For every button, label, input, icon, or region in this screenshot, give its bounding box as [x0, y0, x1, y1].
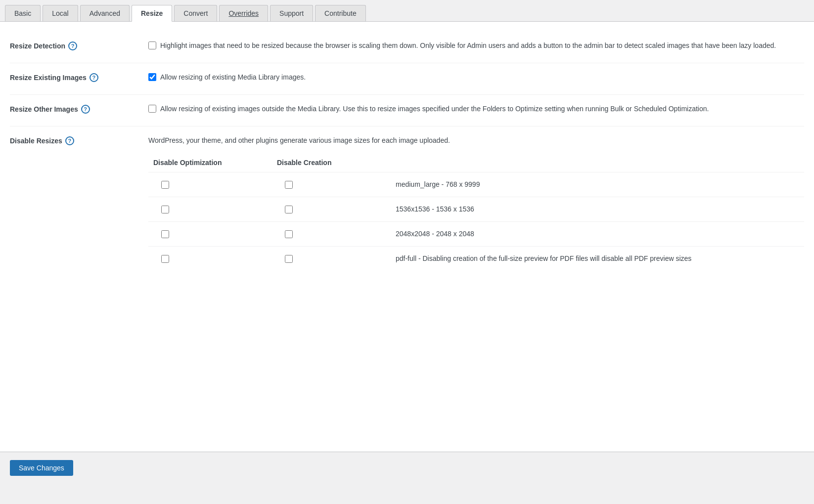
col-label-header: [396, 158, 804, 168]
disable-opt-checkbox-1536x1536[interactable]: [161, 206, 169, 213]
tabs-container: BasicLocalAdvancedResizeConvertOverrides…: [0, 0, 814, 22]
tab-contribute[interactable]: Contribute: [315, 5, 366, 21]
resize-existing-checkbox[interactable]: [148, 73, 156, 81]
resize-other-label: Resize Other Images ?: [10, 104, 148, 114]
disable-resizes-field: WordPress, your theme, and other plugins…: [148, 135, 804, 271]
col-opt-pdf_full: [148, 255, 272, 263]
resize-existing-help-icon[interactable]: ?: [90, 73, 98, 82]
resize-detection-description[interactable]: Highlight images that need to be resized…: [160, 41, 776, 51]
resize-detection-help-icon[interactable]: ?: [68, 42, 77, 50]
resize-other-row: Resize Other Images ? Allow resizing of …: [10, 95, 804, 126]
resize-detection-label-text: Resize Detection: [10, 42, 65, 50]
resize-table-row-medium_large: medium_large - 768 x 9999: [148, 172, 804, 197]
disable-creation-checkbox-medium_large[interactable]: [285, 181, 293, 189]
resize-other-label-text: Resize Other Images: [10, 105, 78, 113]
resize-existing-checkbox-row: Allow resizing of existing Media Library…: [148, 72, 804, 83]
col-label-medium_large: medium_large - 768 x 9999: [396, 179, 804, 190]
disable-resizes-section: WordPress, your theme, and other plugins…: [148, 135, 804, 271]
resize-rows-container: medium_large - 768 x 99991536x1536 - 153…: [148, 172, 804, 271]
resize-table-row-1536x1536: 1536x1536 - 1536 x 1536: [148, 197, 804, 221]
resize-other-help-icon[interactable]: ?: [81, 105, 90, 114]
resize-existing-row: Resize Existing Images ? Allow resizing …: [10, 63, 804, 95]
save-changes-button[interactable]: Save Changes: [10, 460, 73, 476]
disable-resizes-description: WordPress, your theme, and other plugins…: [148, 135, 804, 146]
col-creation-1536x1536: [272, 206, 396, 213]
tab-convert[interactable]: Convert: [174, 5, 217, 21]
resize-detection-label: Resize Detection ?: [10, 41, 148, 50]
tab-resize[interactable]: Resize: [132, 5, 172, 22]
disable-resizes-help-icon[interactable]: ?: [65, 136, 74, 145]
resize-existing-field: Allow resizing of existing Media Library…: [148, 72, 804, 85]
disable-opt-checkbox-2048x2048[interactable]: [161, 230, 169, 238]
tab-local[interactable]: Local: [43, 5, 78, 21]
resize-other-checkbox-row: Allow resizing of existing images outsid…: [148, 104, 804, 114]
col-creation-header: Disable Creation: [272, 158, 396, 168]
col-creation-medium_large: [272, 181, 396, 189]
disable-opt-checkbox-medium_large[interactable]: [161, 181, 169, 189]
disable-resizes-label-text: Disable Resizes: [10, 137, 62, 145]
resize-table-row-2048x2048: 2048x2048 - 2048 x 2048: [148, 221, 804, 246]
save-btn-area: Save Changes: [0, 452, 814, 484]
tab-advanced[interactable]: Advanced: [80, 5, 130, 21]
col-creation-pdf_full: [272, 255, 396, 263]
col-opt-1536x1536: [148, 206, 272, 213]
col-creation-2048x2048: [272, 230, 396, 238]
resize-detection-checkbox[interactable]: [148, 42, 156, 49]
disable-opt-checkbox-pdf_full[interactable]: [161, 255, 169, 263]
resize-table-row-pdf_full: pdf-full - Disabling creation of the ful…: [148, 246, 804, 271]
disable-creation-checkbox-1536x1536[interactable]: [285, 206, 293, 213]
resize-other-checkbox[interactable]: [148, 105, 156, 113]
col-label-pdf_full: pdf-full - Disabling creation of the ful…: [396, 253, 804, 264]
content-area: Resize Detection ? Highlight images that…: [0, 22, 814, 452]
resize-detection-checkbox-row: Highlight images that need to be resized…: [148, 41, 804, 51]
disable-creation-checkbox-pdf_full[interactable]: [285, 255, 293, 263]
resize-other-description[interactable]: Allow resizing of existing images outsid…: [160, 104, 709, 114]
resize-existing-label: Resize Existing Images ?: [10, 72, 148, 82]
col-label-1536x1536: 1536x1536 - 1536 x 1536: [396, 204, 804, 214]
resize-other-field: Allow resizing of existing images outsid…: [148, 104, 804, 117]
resize-existing-description[interactable]: Allow resizing of existing Media Library…: [160, 72, 306, 83]
resize-existing-label-text: Resize Existing Images: [10, 74, 87, 82]
col-opt-2048x2048: [148, 230, 272, 238]
disable-creation-checkbox-2048x2048[interactable]: [285, 230, 293, 238]
tab-support[interactable]: Support: [270, 5, 313, 21]
resize-detection-row: Resize Detection ? Highlight images that…: [10, 32, 804, 63]
tab-basic[interactable]: Basic: [5, 5, 41, 21]
col-opt-header: Disable Optimization: [148, 158, 272, 168]
col-opt-medium_large: [148, 181, 272, 189]
resize-detection-field: Highlight images that need to be resized…: [148, 41, 804, 54]
disable-resizes-row: Disable Resizes ? WordPress, your theme,…: [10, 126, 804, 280]
tab-overrides[interactable]: Overrides: [219, 5, 268, 21]
resize-table-header: Disable Optimization Disable Creation: [148, 154, 804, 172]
col-label-2048x2048: 2048x2048 - 2048 x 2048: [396, 229, 804, 239]
disable-resizes-label: Disable Resizes ?: [10, 135, 148, 145]
